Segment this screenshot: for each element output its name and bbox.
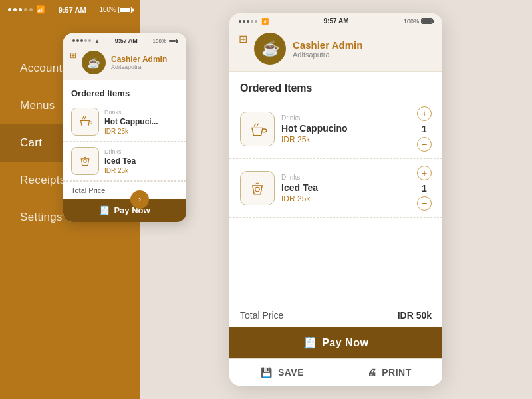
- battery-icon-left: [118, 7, 132, 13]
- small-section-title: Ordered Items: [63, 86, 186, 102]
- main-section-title: Ordered Items: [229, 78, 442, 100]
- small-card-header: ⊞ ☕ Cashier Admin Aditsaputra: [63, 45, 186, 80]
- main-cashier-name: Cashier Admin: [293, 39, 362, 51]
- qty-increase-2[interactable]: +: [417, 166, 432, 180]
- list-item-cappucino: Drinks Hot Cappucino IDR 25k + 1 −: [229, 100, 442, 159]
- small-name-2: Iced Tea: [104, 156, 178, 166]
- small-card-status: ▲ 9:57 AM 100%: [63, 33, 186, 45]
- small-list-item-cappucino: Drinks Hot Cappuci... IDR 25k: [63, 102, 186, 142]
- svg-point-1: [255, 187, 259, 191]
- price-2: IDR 25k: [281, 194, 410, 203]
- menu-icon-main: ⊞: [239, 33, 247, 45]
- list-item-icedtea: Drinks Iced Tea IDR 25k + 1 −: [229, 159, 442, 218]
- qty-col-1: + 1 −: [417, 106, 432, 152]
- main-footer-total: Total Price IDR 50k: [229, 303, 442, 327]
- print-label: PRINT: [382, 367, 412, 378]
- battery-fill-left: [120, 8, 130, 12]
- item-icon-icedtea: [240, 171, 275, 205]
- main-cashier-sub: Aditsaputra: [293, 51, 362, 59]
- svg-point-0: [84, 160, 86, 162]
- status-time-left: 9:57 AM: [59, 6, 86, 14]
- qty-decrease-2[interactable]: −: [417, 196, 432, 211]
- save-label: SAVE: [278, 367, 304, 378]
- main-card-status: 📶 9:57 AM 100%: [229, 13, 442, 26]
- total-label: Total Price: [240, 310, 283, 321]
- small-cashier-name: Cashier Admin: [111, 55, 167, 64]
- small-time: 9:57 AM: [115, 37, 138, 44]
- qty-num-2: 1: [422, 183, 427, 194]
- iced-cup-icon-sm: [76, 152, 94, 170]
- print-button[interactable]: 🖨 PRINT: [336, 359, 443, 386]
- wifi-icon: 📶: [36, 5, 45, 14]
- main-avatar: ☕: [254, 33, 286, 65]
- small-avatar: ☕: [82, 51, 106, 74]
- name-1: Hot Cappucino: [281, 123, 410, 134]
- bottom-bar: 💾 SAVE 🖨 PRINT: [229, 358, 442, 386]
- signal-dot-5: [29, 8, 33, 11]
- main-time: 9:57 AM: [323, 17, 348, 25]
- small-item-icon-cappucino: [71, 108, 99, 136]
- save-icon: 💾: [261, 367, 273, 378]
- item-icon-cappucino: [240, 112, 275, 146]
- small-battery: 100%: [153, 38, 177, 44]
- phone-card-main: 📶 9:57 AM 100% ⊞ ☕ Cashier Admin Aditsap…: [229, 13, 442, 386]
- price-1: IDR 25k: [281, 135, 410, 144]
- small-menu-icon: ⊞: [70, 51, 76, 60]
- print-icon: 🖨: [367, 367, 377, 378]
- signal-dot-4: [24, 8, 27, 11]
- qty-increase-1[interactable]: +: [417, 106, 432, 121]
- small-pay-button[interactable]: 🧾 Pay Now: [63, 199, 186, 222]
- pay-icon: 🧾: [303, 336, 317, 349]
- qty-col-2: + 1 −: [417, 166, 432, 211]
- pay-icon-sm: 🧾: [99, 205, 110, 215]
- cappucino-details: Drinks Hot Cappucino IDR 25k: [281, 114, 410, 144]
- icedtea-details: Drinks Iced Tea IDR 25k: [281, 174, 410, 203]
- small-cashier-sub: Aditsaputra: [111, 64, 167, 70]
- small-name-1: Hot Cappuci...: [104, 117, 178, 126]
- small-cappucino-details: Drinks Hot Cappuci... IDR 25k: [104, 109, 178, 135]
- sidebar: 📶 9:57 AM 100% Account Menus Cart Receip…: [0, 0, 140, 399]
- battery-block-left: 100%: [99, 6, 132, 13]
- iced-cup-icon: [247, 178, 268, 199]
- small-price-2: IDR 25k: [104, 167, 178, 174]
- signal-dots: [8, 8, 33, 11]
- small-total-label: Total Price: [71, 186, 105, 194]
- small-price-1: IDR 25k: [104, 128, 178, 135]
- signal-dot-2: [13, 8, 17, 11]
- cat-2: Drinks: [281, 174, 410, 181]
- name-2: Iced Tea: [281, 182, 410, 193]
- battery-pct-left: 100%: [99, 6, 116, 13]
- main-battery: 100%: [404, 18, 433, 25]
- small-wifi: ▲: [94, 38, 100, 44]
- signal-dot-1: [8, 8, 11, 11]
- save-button[interactable]: 💾 SAVE: [229, 359, 336, 386]
- small-footer: Total Price: [63, 181, 186, 199]
- pay-button[interactable]: 🧾 Pay Now: [229, 327, 442, 358]
- qty-decrease-1[interactable]: −: [417, 137, 432, 152]
- small-item-icon-icedtea: [71, 147, 99, 175]
- hot-cup-icon: [247, 118, 268, 140]
- small-card-body: Ordered Items Drinks Hot Cappuci... IDR …: [63, 80, 186, 199]
- signal-dot-3: [19, 8, 22, 11]
- right-panel: 📶 9:57 AM 100% ⊞ ☕ Cashier Admin Aditsap…: [140, 0, 532, 399]
- hot-cup-icon-sm: [76, 113, 94, 130]
- main-card-body: Ordered Items Drinks Hot Cappucino IDR 2…: [229, 72, 442, 303]
- small-icedtea-details: Drinks Iced Tea IDR 25k: [104, 148, 178, 174]
- main-cashier-info: Cashier Admin Aditsaputra: [293, 39, 362, 59]
- small-cashier-info: Cashier Admin Aditsaputra: [111, 55, 167, 70]
- small-list-item-icedtea: Drinks Iced Tea IDR 25k: [63, 142, 186, 181]
- total-value: IDR 50k: [398, 310, 432, 321]
- status-bar-left: 📶 9:57 AM 100%: [0, 0, 140, 17]
- main-card-header: ⊞ ☕ Cashier Admin Aditsaputra: [229, 26, 442, 72]
- qty-num-1: 1: [422, 124, 427, 134]
- cat-1: Drinks: [281, 114, 410, 122]
- main-wifi: 📶: [261, 18, 269, 25]
- pay-label: Pay Now: [322, 337, 368, 349]
- small-cat-2: Drinks: [104, 148, 178, 155]
- phone-card-small: ▲ 9:57 AM 100% ⊞ ☕ Cashier Admin Aditsap…: [63, 33, 186, 222]
- small-cat-1: Drinks: [104, 109, 178, 116]
- arrow-divider: ›: [130, 190, 149, 209]
